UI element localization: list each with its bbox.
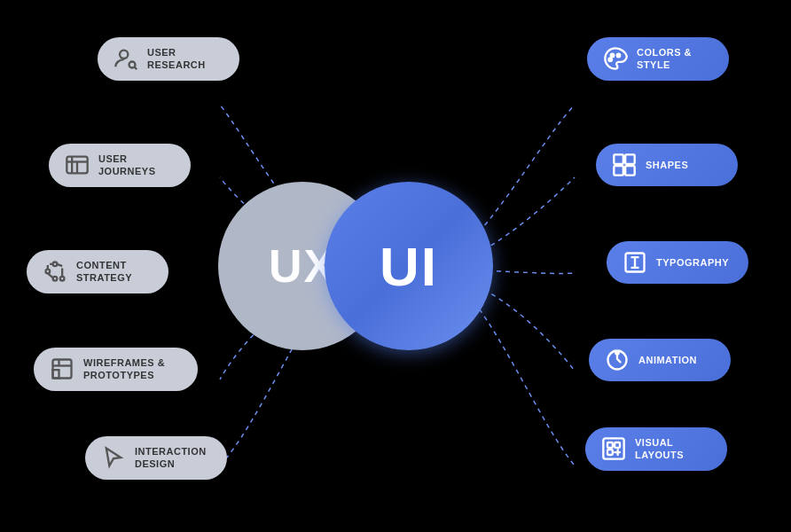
shapes-icon [612, 153, 637, 177]
user-research-label: USERRESEARCH [147, 46, 206, 72]
diagram-container: .dashed-line { stroke: #6b8ff0; stroke-w… [0, 0, 791, 532]
svg-rect-25 [625, 166, 635, 176]
wireframes-label: WIREFRAMES &PROTOTYPES [83, 356, 165, 382]
person-search-icon [114, 46, 138, 71]
visual-label: VISUALLAYOUTS [635, 436, 684, 462]
pill-user-research: USERRESEARCH [98, 37, 239, 81]
user-journeys-label: USERJOURNEYS [98, 153, 156, 178]
palette-icon [603, 46, 628, 71]
svg-point-20 [611, 54, 615, 58]
type-icon [623, 250, 647, 275]
strategy-icon [43, 259, 67, 284]
shapes-label: SHAPES [646, 159, 688, 171]
pill-user-journeys: USERJOURNEYS [49, 144, 191, 187]
pill-shapes: SHAPES [596, 144, 738, 186]
svg-rect-23 [625, 154, 635, 164]
svg-point-1 [129, 62, 136, 68]
cursor-icon [101, 445, 126, 470]
svg-point-8 [60, 277, 65, 281]
svg-point-19 [608, 59, 612, 62]
pill-typography: TYPOGRAPHY [607, 241, 748, 284]
svg-rect-29 [603, 439, 623, 459]
svg-rect-24 [614, 166, 623, 176]
svg-line-14 [48, 274, 54, 279]
layout-icon [601, 436, 626, 461]
animation-icon [605, 348, 630, 372]
pill-colors: COLORS &STYLE [587, 37, 729, 81]
typography-label: TYPOGRAPHY [656, 256, 729, 269]
svg-rect-31 [615, 442, 620, 448]
ui-circle: UI [325, 182, 493, 350]
content-strategy-label: CONTENTSTRATEGY [76, 259, 132, 285]
svg-point-0 [120, 51, 128, 59]
svg-point-6 [46, 270, 51, 274]
svg-rect-18 [53, 370, 59, 378]
pill-interaction: INTERACTIONDESIGN [85, 436, 227, 480]
svg-line-12 [57, 264, 62, 266]
svg-point-21 [617, 54, 621, 58]
colors-label: COLORS &STYLE [637, 46, 692, 72]
ui-label: UI [380, 235, 438, 298]
svg-rect-22 [614, 154, 623, 164]
interaction-label: INTERACTIONDESIGN [135, 445, 207, 471]
pill-animation: ANIMATION [589, 339, 731, 381]
journey-icon [65, 153, 90, 177]
animation-label: ANIMATION [638, 354, 697, 366]
pill-content-strategy: CONTENTSTRATEGY [27, 250, 168, 293]
pill-wireframes: WIREFRAMES &PROTOTYPES [34, 348, 198, 391]
svg-rect-32 [607, 450, 613, 455]
wireframe-icon [50, 356, 74, 381]
svg-point-7 [53, 262, 58, 267]
pill-visual: VISUALLAYOUTS [585, 427, 727, 471]
svg-rect-30 [607, 442, 613, 448]
